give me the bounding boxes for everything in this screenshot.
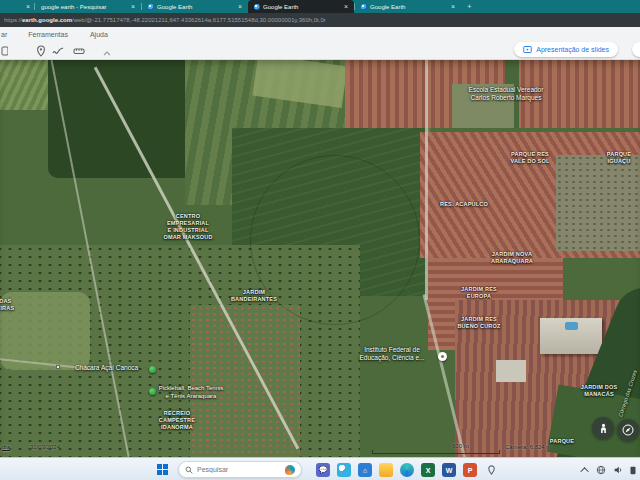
label-escola: Escola Estadual Vereador Carlos Roberto … — [448, 86, 564, 102]
label-instituto-federal: Instituto Federal de Educação, Ciência e… — [342, 346, 442, 362]
poi-circle-icon[interactable] — [438, 352, 447, 361]
clipped-tool-icon[interactable] — [0, 45, 8, 57]
taskbar-app-store[interactable]: ⌂ — [358, 463, 372, 477]
search-icon — [185, 466, 193, 474]
scale-bar — [372, 450, 500, 454]
taskbar-word[interactable]: W — [442, 463, 456, 477]
pegman-icon — [598, 423, 609, 434]
scale-label: 600 m — [452, 443, 469, 449]
close-icon[interactable]: × — [238, 3, 242, 10]
slideshow-label: Apresentação de slides — [536, 46, 609, 53]
tab-google-earth-1[interactable]: Google Earth × — [142, 0, 248, 13]
tab-google-earth-pesquisar[interactable]: google earth - Pesquisar × — [35, 0, 141, 13]
earth-toolbar: Apresentação de slides — [0, 42, 640, 60]
label-roseiras-partial: RIAL DAS ROSEIRAS — [0, 298, 40, 312]
tab-google-earth-active[interactable]: Google Earth × — [248, 0, 354, 13]
url-scheme: https:// — [4, 17, 22, 23]
address-bar[interactable]: https://earth.google.com/web/@-21.775174… — [0, 13, 640, 27]
label-jardim-res-bueno: JARDIM RES BUENO CUROZ — [448, 316, 510, 330]
taskbar-powerpoint[interactable]: P — [463, 463, 477, 477]
tab-title: Google Earth — [157, 4, 235, 10]
label-centro-omar-maksoud: CENTRO EMPRESARIAL E INDUSTRIAL OMAR MAK… — [148, 213, 228, 241]
taskbar-app-copilot[interactable] — [337, 463, 351, 477]
ruler-icon[interactable] — [73, 45, 85, 57]
label-pickleball: Pickleball, Beach Tennis e Tênis Araraqu… — [156, 385, 226, 400]
taskbar-app-chat[interactable]: 💬 — [316, 463, 330, 477]
windows-start-button[interactable] — [157, 464, 168, 475]
system-tray — [583, 458, 640, 480]
battery-partial-icon[interactable] — [630, 465, 636, 475]
volume-icon[interactable] — [613, 465, 623, 475]
tray-chevron-icon[interactable] — [580, 467, 588, 475]
label-vale-do-sol: PARQUE RES VALE DO SOL — [498, 151, 562, 165]
imagery-date: 31/03/2024 — [30, 444, 60, 450]
placemark-icon[interactable] — [35, 45, 47, 57]
taskbar-pin-tool[interactable] — [484, 463, 498, 477]
label-jardim-nova-araraquara: JARDIM NOVA ARARAQUARA — [468, 251, 556, 265]
partial-tab[interactable]: × — [0, 0, 34, 13]
menu-item-ferramentas[interactable]: Ferramentas — [21, 31, 75, 38]
compass-icon — [622, 424, 634, 436]
taskbar-edge[interactable] — [400, 463, 414, 477]
photo-square-icon[interactable] — [56, 365, 60, 369]
terrain-warehouse-roof-2 — [496, 360, 526, 382]
label-res-acapulco: RES. ACAPULCO — [430, 201, 498, 208]
taskbar-excel[interactable]: X — [421, 463, 435, 477]
camera-altitude: Câmera: 6.824 m — [505, 444, 551, 450]
taskbar-search[interactable] — [178, 461, 302, 478]
clipped-button[interactable] — [632, 42, 640, 57]
terrain-pool — [565, 322, 578, 330]
terrain-houses-sparse — [190, 305, 300, 457]
google-earth-favicon — [148, 4, 154, 10]
pegman-button[interactable] — [592, 417, 614, 439]
close-icon[interactable]: × — [344, 3, 348, 10]
slideshow-button[interactable]: Apresentação de slides — [514, 42, 618, 57]
compass-button[interactable] — [617, 419, 639, 441]
close-icon[interactable]: × — [451, 3, 455, 10]
browser-tab-strip: × google earth - Pesquisar × Google Eart… — [0, 0, 640, 13]
tab-title: Google Earth — [370, 4, 448, 10]
search-highlight-icon — [285, 465, 295, 475]
windows-taskbar: 💬 ⌂ X W P — [0, 457, 640, 480]
green-place-pin-icon[interactable] — [149, 366, 156, 373]
close-icon[interactable]: × — [26, 3, 30, 10]
close-icon[interactable]: × — [131, 3, 135, 10]
imagery-date-prefix[interactable]: dia — [2, 444, 10, 450]
tab-title: Google Earth — [263, 4, 341, 10]
map-pin-icon — [486, 465, 497, 476]
slideshow-icon — [523, 45, 532, 54]
label-jardim-bandeirantes: JARDIM BANDEIRANTES — [220, 289, 288, 303]
menu-item-clipped[interactable]: ar — [0, 31, 11, 38]
label-chacara-acai: Chácara Açaí Canoca — [64, 364, 149, 372]
path-tool-icon[interactable] — [52, 45, 64, 57]
google-earth-favicon — [361, 4, 367, 10]
earth-map-canvas[interactable]: Escola Estadual Vereador Carlos Roberto … — [0, 60, 640, 457]
google-earth-favicon — [254, 4, 260, 10]
chevron-up-icon[interactable] — [101, 48, 113, 60]
tab-title: google earth - Pesquisar — [41, 4, 128, 10]
green-place-pin-icon[interactable] — [149, 388, 156, 395]
url-path: /web/@-21.77517478,-48.22021211,647.4336… — [72, 17, 326, 23]
taskbar-file-explorer[interactable] — [379, 463, 393, 477]
menu-item-ajuda[interactable]: Ajuda — [83, 31, 115, 38]
label-jardim-manacas: JARDIM DOS MANACÁS — [568, 384, 630, 398]
tab-google-earth-2[interactable]: Google Earth × — [355, 0, 461, 13]
label-jardim-res-europa: JARDIM RES EUROPA — [448, 286, 510, 300]
search-input[interactable] — [197, 466, 281, 473]
terrain-cleared-lot — [556, 155, 640, 251]
road-east-vertical — [425, 60, 428, 300]
label-recreio-idanorma: RECREIO CAMPESTRE IDANORMA — [148, 410, 206, 431]
url-domain: earth.google.com — [22, 17, 72, 23]
earth-menubar: ar Ferramentas Ajuda — [0, 27, 640, 42]
label-parque-iguacu: PARQUE IGUAÇU — [598, 151, 640, 165]
desktop-screen: × google earth - Pesquisar × Google Eart… — [0, 0, 640, 480]
network-globe-icon[interactable] — [596, 465, 606, 475]
new-tab-button[interactable]: + — [461, 0, 478, 13]
